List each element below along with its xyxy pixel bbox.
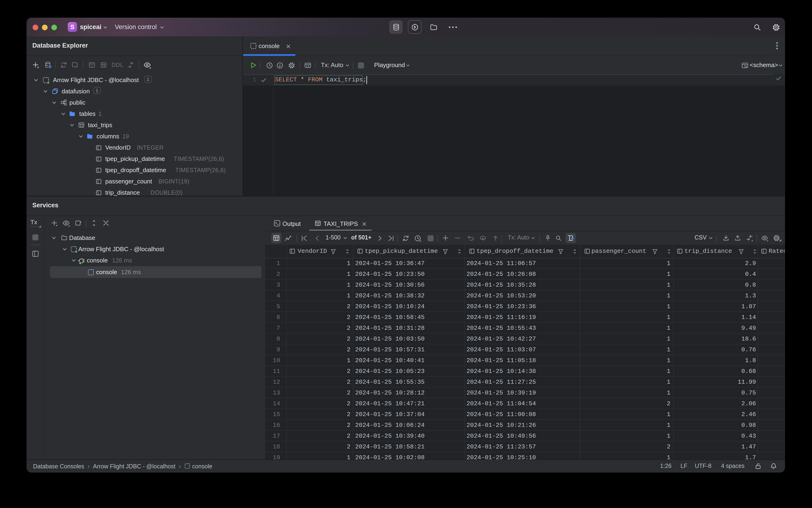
svg-text:p: p	[279, 63, 281, 68]
